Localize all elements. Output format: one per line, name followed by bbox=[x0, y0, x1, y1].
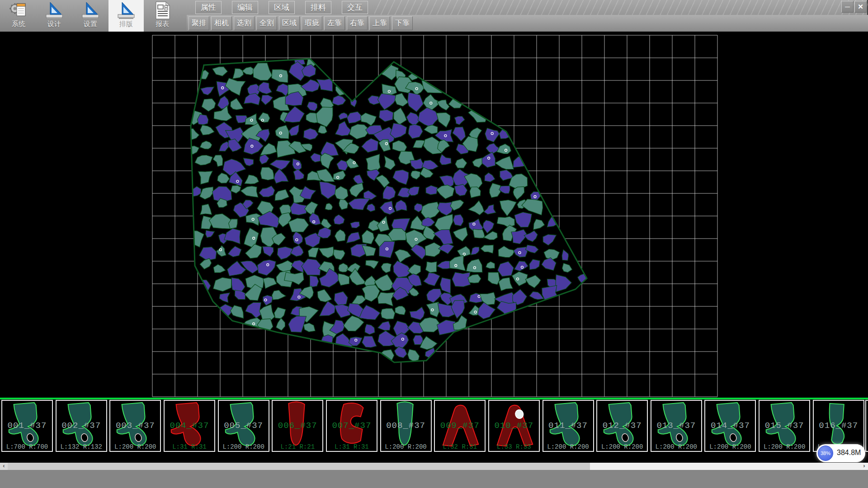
piece-lr-label: L:200 R:200 bbox=[705, 443, 755, 450]
close-button[interactable]: ✕ bbox=[854, 1, 867, 13]
nav-report-label: 报表 bbox=[145, 20, 180, 28]
piece-id-label: 014_#37 bbox=[705, 421, 755, 431]
scroll-right-button[interactable]: › bbox=[860, 463, 868, 470]
nesting-canvas[interactable] bbox=[0, 32, 868, 399]
piece-lr-label: L:21 R:21 bbox=[273, 443, 322, 450]
piece-lr-label: L:200 R:200 bbox=[651, 443, 701, 450]
piece-lr-label: L:200 R:200 bbox=[597, 443, 647, 450]
nav-system-label: 系统 bbox=[1, 20, 36, 28]
piece-id-label: 012_#37 bbox=[597, 421, 647, 431]
piece-id-label: 007_#37 bbox=[327, 421, 377, 431]
piece-id-label: 011_#37 bbox=[543, 421, 593, 431]
nav-layout-button[interactable]: 排版 bbox=[108, 0, 144, 32]
btn-align-right[interactable]: 右靠 bbox=[347, 16, 368, 30]
thumbnail-002[interactable]: 002_#37L:132 R:132 bbox=[56, 400, 107, 452]
piece-id-label: 005_#37 bbox=[219, 421, 269, 431]
piece-id-label: 003_#37 bbox=[110, 421, 160, 431]
piece-id-label: 009_#37 bbox=[435, 421, 485, 431]
piece-lr-label: L:200 R:200 bbox=[543, 443, 593, 450]
memory-badge: 38% 384.8M bbox=[816, 444, 865, 462]
nav-design-button[interactable]: 设计 bbox=[37, 0, 72, 32]
piece-lr-label: L:31 R:31 bbox=[165, 443, 214, 450]
btn-cut-all[interactable]: 全割 bbox=[256, 16, 277, 30]
gear-doc-icon bbox=[9, 1, 28, 19]
thumbnail-012[interactable]: 012_#37L:200 R:200 bbox=[596, 400, 648, 452]
set-square-icon bbox=[116, 1, 136, 19]
piece-id-label: 013_#37 bbox=[651, 421, 701, 431]
piece-id-label: 001_#37 bbox=[2, 421, 52, 431]
piece-lr-label: L:31 R:31 bbox=[327, 443, 377, 450]
thumbnail-007[interactable]: 007_#37L:31 R:31 bbox=[326, 400, 377, 452]
btn-defect[interactable]: 瑕疵 bbox=[302, 16, 322, 30]
set-square-icon bbox=[44, 1, 64, 19]
thumbnail-013[interactable]: 013_#37L:200 R:200 bbox=[651, 400, 702, 452]
piece-lr-label: L:200 R:200 bbox=[760, 443, 809, 450]
thumbnail-011[interactable]: 011_#37L:200 R:200 bbox=[542, 400, 594, 452]
btn-camera[interactable]: 相机 bbox=[211, 16, 232, 30]
scrollbar-thumb[interactable] bbox=[8, 463, 590, 470]
piece-lr-label: L:132 R:132 bbox=[57, 443, 106, 450]
minimize-button[interactable]: ─ bbox=[841, 1, 854, 13]
tab-nesting[interactable]: 排料 bbox=[305, 1, 331, 14]
piece-id-label: 015_#37 bbox=[760, 421, 809, 431]
nav-settings-button[interactable]: 设置 bbox=[73, 0, 108, 32]
nav-report-button[interactable]: 报表 bbox=[145, 0, 180, 32]
nav-design-label: 设计 bbox=[37, 20, 72, 28]
btn-align-left[interactable]: 左靠 bbox=[324, 16, 345, 30]
btn-align-bottom[interactable]: 下靠 bbox=[392, 16, 413, 30]
piece-lr-label: L:33 R:33 bbox=[489, 443, 539, 450]
thumbnail-008[interactable]: 008_#37L:200 R:200 bbox=[380, 400, 432, 452]
piece-id-label: 006_#37 bbox=[273, 421, 322, 431]
btn-align-top[interactable]: 上靠 bbox=[369, 16, 390, 30]
nav-system-button[interactable]: 系统 bbox=[1, 0, 36, 32]
piece-id-label: 016_#37 bbox=[814, 421, 863, 431]
btn-cluster-nest[interactable]: 聚排 bbox=[189, 16, 209, 30]
thumbnail-010[interactable]: 010_#37L:33 R:33 bbox=[488, 400, 540, 452]
memory-value: 384.8M bbox=[837, 449, 861, 457]
tab-region[interactable]: 区域 bbox=[269, 1, 295, 14]
piece-id-label: 008_#37 bbox=[381, 421, 431, 431]
piece-lr-label: L:32 R:31 bbox=[435, 443, 485, 450]
nav-layout-label: 排版 bbox=[108, 20, 144, 28]
piece-shape bbox=[866, 401, 868, 450]
piece-lr-label: L:200 R:200 bbox=[110, 443, 160, 450]
btn-select-cut[interactable]: 选割 bbox=[234, 16, 255, 30]
thumbnail-scrollbar: ‹ › bbox=[0, 463, 868, 470]
titlebar-texture bbox=[374, 0, 868, 15]
piece-thumbnail-strip: 001_#37L:700 R:700002_#37L:132 R:132003_… bbox=[0, 399, 868, 454]
thumbnail-006[interactable]: 006_#37L:21 R:21 bbox=[272, 400, 323, 452]
piece-id-label: 002_#37 bbox=[57, 421, 106, 431]
thumbnail-015[interactable]: 015_#37L:200 R:200 bbox=[759, 400, 810, 452]
tab-interact[interactable]: 交互 bbox=[342, 1, 368, 14]
header-bar: 系统设计设置排版报表 属性编辑区域排料交互 聚排相机选割全割区域瑕疵左靠右靠上靠… bbox=[0, 0, 868, 32]
piece-id-label: 004_#37 bbox=[165, 421, 214, 431]
tab-edit[interactable]: 编辑 bbox=[232, 1, 258, 14]
scroll-left-button[interactable]: ‹ bbox=[0, 463, 8, 470]
thumbnail-001[interactable]: 001_#37L:700 R:700 bbox=[1, 400, 53, 452]
progress-circle-icon: 38% bbox=[818, 446, 833, 461]
nav-settings-label: 设置 bbox=[73, 20, 108, 28]
thumbnail-005[interactable]: 005_#37L:200 R:200 bbox=[218, 400, 269, 452]
window-footer bbox=[0, 470, 868, 488]
btn-region[interactable]: 区域 bbox=[279, 16, 300, 30]
piece-lr-label: L:200 R:200 bbox=[381, 443, 431, 450]
set-square-icon bbox=[80, 1, 100, 19]
piece-id-label: 010_#37 bbox=[489, 421, 539, 431]
tab-properties[interactable]: 属性 bbox=[195, 1, 222, 14]
thumbnail-004[interactable]: 004_#37L:31 R:31 bbox=[164, 400, 215, 452]
thumbnail-014[interactable]: 014_#37L:200 R:200 bbox=[704, 400, 756, 452]
report-doc-icon bbox=[152, 1, 172, 19]
thumbnail-003[interactable]: 003_#37L:200 R:200 bbox=[109, 400, 161, 452]
thumbnail-009[interactable]: 009_#37L:32 R:31 bbox=[434, 400, 486, 452]
thumbnail-partial[interactable] bbox=[865, 400, 868, 452]
piece-lr-label: L:200 R:200 bbox=[219, 443, 269, 450]
piece-lr-label: L:700 R:700 bbox=[2, 443, 52, 450]
